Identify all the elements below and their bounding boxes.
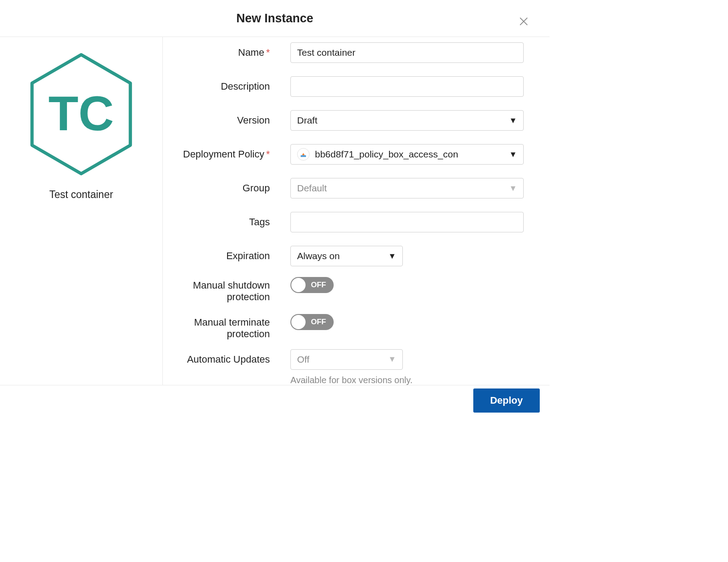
close-icon bbox=[517, 15, 530, 28]
automatic-updates-select[interactable]: Off ▼ bbox=[290, 349, 403, 370]
side-panel: TC Test container bbox=[0, 37, 163, 385]
terminate-protection-toggle[interactable]: OFF bbox=[290, 314, 334, 330]
policy-select-value: bb6d8f71_policy_box_access_con bbox=[315, 149, 509, 160]
chevron-down-icon: ▼ bbox=[509, 116, 517, 125]
name-input[interactable] bbox=[290, 42, 524, 63]
shutdown-protection-label: Manual shutdown protection bbox=[163, 275, 270, 303]
chevron-down-icon: ▼ bbox=[388, 252, 396, 261]
terminate-protection-label: Manual terminate protection bbox=[163, 312, 270, 340]
group-select-value: Default bbox=[297, 183, 509, 194]
deploy-button[interactable]: Deploy bbox=[473, 388, 540, 413]
expiration-select[interactable]: Always on ▼ bbox=[290, 246, 403, 266]
chevron-down-icon: ▼ bbox=[388, 355, 396, 364]
policy-field-label: Deployment Policy* bbox=[163, 144, 270, 160]
hex-initials: TC bbox=[49, 86, 114, 140]
updates-note: Available for box versions only. bbox=[290, 375, 524, 385]
description-input[interactable] bbox=[290, 76, 524, 97]
form-area: Name* Description Version Draft ▼ Deploy… bbox=[163, 37, 550, 385]
modal-header: New Instance bbox=[0, 0, 550, 37]
tags-input[interactable] bbox=[290, 212, 524, 232]
version-select-value: Draft bbox=[297, 115, 509, 126]
version-field-label: Version bbox=[163, 110, 270, 126]
deployment-policy-select[interactable]: bb6d8f71_policy_box_access_con ▼ bbox=[290, 144, 524, 165]
name-field-label: Name* bbox=[163, 42, 270, 58]
group-select[interactable]: Default ▼ bbox=[290, 178, 524, 198]
toggle-knob bbox=[291, 278, 306, 292]
instance-name-label: Test container bbox=[49, 189, 113, 201]
updates-select-value: Off bbox=[297, 354, 388, 365]
shutdown-protection-toggle[interactable]: OFF bbox=[290, 277, 334, 293]
toggle-knob bbox=[291, 315, 306, 329]
instance-hex-icon: TC bbox=[17, 50, 146, 179]
close-button[interactable] bbox=[517, 15, 531, 29]
expiration-select-value: Always on bbox=[297, 251, 388, 261]
chevron-down-icon: ▼ bbox=[509, 184, 517, 193]
version-select[interactable]: Draft ▼ bbox=[290, 110, 524, 131]
description-field-label: Description bbox=[163, 76, 270, 92]
automatic-updates-label: Automatic Updates bbox=[163, 349, 270, 365]
chevron-down-icon: ▼ bbox=[509, 150, 517, 159]
toggle-off-label: OFF bbox=[311, 281, 326, 289]
tags-field-label: Tags bbox=[163, 212, 270, 228]
group-field-label: Group bbox=[163, 178, 270, 194]
expiration-field-label: Expiration bbox=[163, 246, 270, 262]
policy-icon bbox=[297, 148, 310, 161]
toggle-off-label: OFF bbox=[311, 318, 326, 326]
modal-title: New Instance bbox=[236, 12, 314, 25]
svg-rect-0 bbox=[301, 155, 306, 157]
